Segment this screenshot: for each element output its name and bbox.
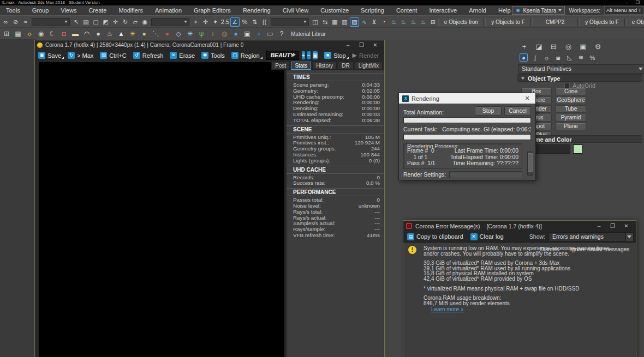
dome-light-icon[interactable]: ◠ <box>81 29 92 39</box>
error-window-titlebar[interactable]: Corona Error Message(s) [Corona 1.7 (hot… <box>403 221 636 231</box>
minimize-icon[interactable]: – <box>625 0 628 5</box>
menu-item-civil-view[interactable]: Civil View <box>277 5 314 15</box>
stop-button[interactable]: ■ Stop <box>323 51 350 60</box>
monitor-icon[interactable]: ▭ <box>265 29 276 39</box>
workspace-select[interactable]: Alt Menu and T <box>604 6 643 15</box>
cat-helpers-icon[interactable]: ◺ <box>565 53 574 62</box>
camera-create-icon[interactable]: ◉ <box>35 29 46 39</box>
tab-display-icon[interactable]: ▣ <box>579 43 587 51</box>
cat-space-warps-icon[interactable]: ≋ <box>577 53 585 62</box>
pivot-box-icon[interactable]: ◇ <box>173 29 184 39</box>
select-and-link-icon[interactable]: ∞ <box>1 17 10 27</box>
help-icon[interactable]: ? <box>276 29 287 39</box>
sun-icon[interactable]: ☀ <box>127 29 138 39</box>
select-scale-icon[interactable]: ▱ <box>130 17 140 27</box>
zoom-fit-icon[interactable]: ▣ <box>313 51 318 59</box>
select-by-name-icon[interactable]: ▤ <box>81 17 91 27</box>
named-sets-dropdown[interactable] <box>271 18 309 26</box>
tab-hierarchy-icon[interactable]: ⊟ <box>550 43 558 51</box>
hair-ball-icon[interactable]: ◍ <box>219 29 230 39</box>
layer-manager-icon[interactable]: ⊞ <box>1 29 12 39</box>
ribbon-toggle-icon[interactable]: ▧ <box>350 17 359 27</box>
material-sphere-icon[interactable]: ● <box>162 29 172 39</box>
menu-item-interactive[interactable]: Interactive <box>423 5 463 15</box>
menu-item-views[interactable]: Views <box>55 5 82 15</box>
refresh-button[interactable]: ↺ Refresh <box>132 51 168 60</box>
dialog-scrollbar[interactable] <box>527 152 533 176</box>
dismiss-link[interactable]: Dismiss <box>540 246 559 252</box>
vfb-minimize-icon[interactable]: – <box>341 41 355 50</box>
primitives-category-select[interactable]: Standard Primitives <box>518 64 644 74</box>
schematic-view-icon[interactable]: ⊻ <box>369 17 379 27</box>
error-minimize-icon[interactable]: – <box>592 222 606 231</box>
scene-explorer-toggle-icon[interactable]: ▦ <box>330 17 339 27</box>
snap-toggle-icon[interactable]: 2.5 <box>220 17 230 27</box>
tab-modify-icon[interactable]: ◪ <box>535 43 543 51</box>
zoom-out-icon[interactable]: − <box>307 51 311 59</box>
menu-item-customize[interactable]: Customize <box>314 5 355 15</box>
film-camera-icon[interactable]: ◘ <box>58 29 69 39</box>
clear-log-button[interactable]: ✕ Clear log <box>469 232 508 241</box>
render-presets-icon[interactable]: ⊞ <box>428 17 438 27</box>
to-max-button[interactable]: ↻ > Max <box>66 51 97 60</box>
fur-brush-icon[interactable]: ≀ <box>207 29 218 39</box>
name-color-rollout[interactable]: Name and Color <box>517 135 642 143</box>
region-button[interactable]: ▢ Region <box>230 51 264 60</box>
cat-lights-icon[interactable]: ☼ <box>542 53 551 62</box>
bind-to-space-warp-icon[interactable]: ≈ <box>21 17 30 27</box>
selection-filter-dropdown[interactable] <box>32 18 70 26</box>
render-canvas[interactable] <box>39 62 284 357</box>
select-object-icon[interactable]: ↖ <box>71 17 81 27</box>
slate-material-icon[interactable]: ▬ <box>70 29 81 39</box>
cat-systems-icon[interactable]: % <box>588 53 597 62</box>
vfb-close-icon[interactable]: ✕ <box>368 41 382 50</box>
render-production-icon[interactable]: ♨ <box>409 17 418 27</box>
clipboard-icon[interactable]: ▣ <box>242 29 253 39</box>
tab-utilities-icon[interactable]: ⚙ <box>594 43 602 51</box>
tab-dr[interactable]: DR <box>338 62 353 70</box>
object-type-rollout[interactable]: Object Type <box>517 74 642 82</box>
cat-geometry-icon[interactable]: ● <box>520 53 528 62</box>
percent-snap-icon[interactable]: % <box>240 17 249 27</box>
object-type-button-geosphere[interactable]: GeoSphere <box>556 96 586 104</box>
copy-to-clipboard-button[interactable]: ▤ Copy to clipboard <box>406 232 467 241</box>
tab-post[interactable]: Post <box>271 62 290 70</box>
object-type-button-tube[interactable]: Tube <box>556 105 586 113</box>
curve-editor-icon[interactable]: ∿ <box>360 17 369 27</box>
stop-render-button[interactable]: Stop <box>475 106 502 116</box>
align-icon[interactable]: ⇆ <box>320 17 330 27</box>
cone-light-icon[interactable]: ▲ <box>116 29 127 39</box>
select-manipulate-icon[interactable]: ✢ <box>201 17 210 27</box>
rendered-frame-window-icon[interactable]: ♨ <box>399 17 408 27</box>
menu-item-rendering[interactable]: Rendering <box>237 5 277 15</box>
mirror-icon[interactable]: ◫ <box>311 17 320 27</box>
toolbar-script-button-y-objects-to-f[interactable]: y Objects to F <box>579 18 625 26</box>
dark-sphere-icon[interactable]: ◕ <box>253 29 264 39</box>
render-setup-icon[interactable]: ♨ <box>389 17 398 27</box>
object-type-button-cone[interactable]: Cone <box>556 88 586 95</box>
spinner-snap-icon[interactable]: ⇅ <box>250 17 259 27</box>
select-move-icon[interactable]: ✛ <box>111 17 120 27</box>
error-close-icon[interactable]: ✕ <box>619 222 633 231</box>
menu-item-modifiers[interactable]: Modifiers <box>112 5 149 15</box>
keyboard-override-icon[interactable]: ✦ <box>211 17 220 27</box>
toolbar-script-button-y-objects-to-f[interactable]: y Objects to F <box>485 18 531 26</box>
menu-item-arnold[interactable]: Arnold <box>463 5 492 15</box>
menu-item-graph-editors[interactable]: Graph Editors <box>188 5 237 15</box>
object-type-button-plane[interactable]: Plane <box>556 123 586 130</box>
render-button[interactable]: ▶ Render <box>351 51 383 60</box>
menu-item-create[interactable]: Create <box>82 5 112 15</box>
select-place-icon[interactable]: ◉ <box>140 17 150 27</box>
save-button[interactable]: ▣ Save <box>37 51 65 60</box>
blue-sphere-icon[interactable]: ● <box>230 29 241 39</box>
khaki-sphere-icon[interactable]: ● <box>139 29 150 39</box>
named-selection-sets-icon[interactable]: {( <box>260 17 269 27</box>
menu-item-content[interactable]: Content <box>390 5 424 15</box>
material-editor-icon[interactable]: ◔ <box>379 17 389 27</box>
tools-button[interactable]: ✱ Tools <box>200 51 229 60</box>
tab-stats[interactable]: Stats <box>291 62 311 70</box>
render-in-cloud-icon[interactable]: ♨ <box>419 17 428 27</box>
menu-item-animation[interactable]: Animation <box>149 5 188 15</box>
crossing-selection-icon[interactable]: ◩ <box>101 17 110 27</box>
user-account-button[interactable]: ☻ Ksenia Tatara <box>512 6 565 15</box>
